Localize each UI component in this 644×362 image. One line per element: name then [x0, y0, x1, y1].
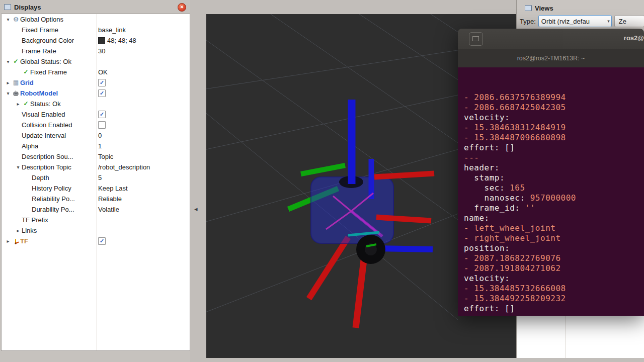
expander-open-icon[interactable]: ▾	[15, 162, 22, 172]
display-row[interactable]: ▸✓Status: Ok	[2, 99, 190, 109]
display-value[interactable]	[98, 120, 106, 130]
display-value-text: Keep Last	[98, 183, 128, 194]
display-row[interactable]: Background Color48; 48; 48	[2, 35, 190, 46]
expander-closed-icon[interactable]: ▸	[15, 225, 22, 236]
display-label: Reliability Po...	[32, 194, 75, 204]
display-label: Background Color	[22, 35, 74, 46]
display-label: Frame Rate	[22, 46, 56, 56]
display-row[interactable]: ▾✓Global Status: Ok	[2, 56, 190, 67]
display-label: Status: Ok	[30, 99, 61, 109]
expander-closed-icon[interactable]: ▸	[5, 77, 12, 88]
views-type-row: Type: Orbit (rviz_defau ▾ Ze	[517, 14, 644, 27]
display-value[interactable]: ✓	[98, 77, 106, 88]
displays-tree: ▾⚙Global OptionsFixed Framebase_linkBack…	[1, 14, 190, 351]
display-value[interactable]: 48; 48; 48	[98, 35, 136, 46]
color-swatch	[98, 37, 105, 44]
display-row[interactable]: ▸TF✓	[2, 236, 190, 246]
panel-window-icon	[525, 5, 532, 11]
display-row[interactable]: Alpha1	[2, 141, 190, 151]
display-value[interactable]: ✓	[98, 88, 106, 99]
checkbox-checked[interactable]: ✓	[98, 89, 106, 97]
tf-axis-red	[374, 173, 434, 177]
terminal-title: ros2@	[624, 34, 644, 42]
terminal-body[interactable]: - 2086.6637576389994- 2086.6687425042305…	[458, 67, 644, 316]
display-row[interactable]: Reliability Po...Reliable	[2, 194, 190, 204]
display-label: Fixed Frame	[30, 67, 67, 77]
expander-closed-icon[interactable]: ▸	[5, 236, 12, 246]
display-label: Fixed Frame	[22, 25, 58, 35]
display-row[interactable]: Frame Rate30	[2, 46, 190, 56]
display-value[interactable]: Topic	[98, 151, 113, 162]
display-row[interactable]: Collision Enabled	[2, 120, 190, 130]
tf-icon	[12, 236, 20, 246]
display-row[interactable]: Depth5	[2, 172, 190, 183]
checkbox-checked[interactable]: ✓	[98, 237, 106, 245]
display-label: Description Sou...	[22, 151, 73, 162]
zero-button[interactable]: Ze	[614, 15, 644, 27]
terminal-titlebar[interactable]: ros2@	[458, 29, 644, 49]
expander-open-icon[interactable]: ▾	[5, 88, 12, 99]
displays-panel: Displays ✕ ▾⚙Global OptionsFixed Frameba…	[0, 0, 190, 362]
terminal-line: header:	[464, 163, 644, 173]
expander-closed-icon[interactable]: ▸	[15, 99, 22, 109]
display-row[interactable]: TF Prefix	[2, 215, 190, 225]
display-value[interactable]: ✓	[98, 109, 106, 120]
display-row[interactable]: Fixed Framebase_link	[2, 25, 190, 35]
terminal-line: frame_id: ''	[464, 203, 644, 213]
checkbox-unchecked[interactable]	[98, 121, 106, 129]
display-row[interactable]: History PolicyKeep Last	[2, 183, 190, 194]
display-row[interactable]: ▸Links	[2, 225, 190, 236]
view-type-select[interactable]: Orbit (rviz_defau ▾	[538, 15, 612, 27]
display-value[interactable]: ✓	[98, 236, 106, 246]
terminal-line: - 15.384485732666008	[464, 284, 644, 294]
display-row[interactable]: Description Sou...Topic	[2, 151, 190, 162]
display-row[interactable]: ▾Description Topic/robot_description	[2, 162, 190, 172]
display-value[interactable]: OK	[98, 67, 108, 77]
robot-model	[288, 100, 434, 328]
terminal-line: - 15.384638312484919	[464, 123, 644, 133]
display-value[interactable]: 5	[98, 172, 102, 183]
terminal-line: ---	[464, 314, 644, 316]
views-titlebar[interactable]: Views	[517, 2, 644, 14]
display-row[interactable]: ▾RobotModel✓	[2, 88, 190, 99]
new-window-icon[interactable]	[469, 32, 483, 46]
display-row[interactable]: ▾⚙Global Options	[2, 14, 190, 25]
close-button[interactable]: ✕	[178, 3, 186, 12]
terminal-line: - 2086.6687425042305	[464, 103, 644, 113]
display-value-text: OK	[98, 67, 108, 77]
terminal-tab[interactable]: ros2@ros2-TM1613R: ~	[517, 55, 585, 62]
display-value[interactable]: Volatile	[98, 204, 119, 215]
display-value-text: 30	[98, 46, 105, 56]
display-label: Alpha	[22, 141, 38, 151]
display-row[interactable]: Durability Po...Volatile	[2, 204, 190, 215]
display-label: Visual Enabled	[22, 109, 65, 120]
display-label: RobotModel	[20, 88, 58, 99]
display-value[interactable]: 30	[98, 46, 105, 56]
display-value[interactable]: Reliable	[98, 194, 122, 204]
expander-open-icon[interactable]: ▾	[5, 56, 12, 67]
grid-icon: ▦	[12, 77, 20, 88]
display-value[interactable]: /robot_description	[98, 162, 150, 172]
display-value[interactable]: 0	[98, 130, 102, 141]
display-value-text: 48; 48; 48	[107, 35, 136, 46]
expander-open-icon[interactable]: ▾	[5, 14, 12, 25]
checkbox-checked[interactable]: ✓	[98, 79, 106, 86]
displays-titlebar[interactable]: Displays ✕	[1, 1, 189, 13]
tf-axis-red	[376, 217, 431, 221]
display-row[interactable]: Update Interval0	[2, 130, 190, 141]
display-row[interactable]: ▸▦Grid✓	[2, 77, 190, 88]
display-label: Update Interval	[22, 130, 66, 141]
terminal-line: - 2086.6637576389994	[464, 93, 644, 103]
display-row[interactable]: ✓Fixed FrameOK	[2, 67, 190, 77]
checkbox-checked[interactable]: ✓	[98, 111, 106, 118]
display-label: Durability Po...	[32, 204, 74, 215]
display-label: History Policy	[32, 183, 71, 194]
terminal-line: - 15.384492258209232	[464, 294, 644, 304]
display-value[interactable]: base_link	[98, 25, 126, 35]
display-value[interactable]: Keep Last	[98, 183, 128, 194]
check-icon: ✓	[12, 56, 20, 67]
display-row[interactable]: Visual Enabled✓	[2, 109, 190, 120]
display-value[interactable]: 1	[98, 141, 102, 151]
display-label: Depth	[32, 172, 49, 183]
splitter-collapse-icon[interactable]: ◂	[194, 205, 198, 213]
